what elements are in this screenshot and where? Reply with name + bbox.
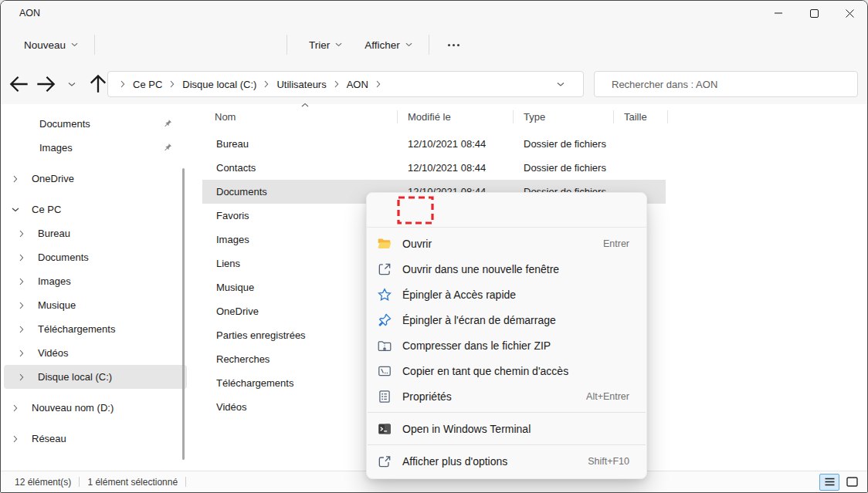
recent-locations-button[interactable] — [59, 72, 84, 96]
breadcrumb-utilisateurs[interactable]: Utilisateurs — [270, 76, 332, 93]
file-row-contacts[interactable]: Contacts 12/10/2021 08:44 Dossier de fic… — [202, 156, 666, 180]
chevron-right-icon[interactable] — [13, 230, 30, 238]
delete-button[interactable] — [466, 197, 498, 223]
column-divider[interactable] — [613, 110, 614, 123]
sidebar-item-images[interactable]: Images — [4, 269, 187, 293]
column-header-nom[interactable]: Nom — [202, 111, 397, 123]
address-row: Ce PC Disque local (C:) Utilisateurs AON… — [1, 64, 867, 104]
column-divider[interactable] — [397, 110, 398, 123]
back-button[interactable] — [7, 72, 32, 96]
sidebar-item-videos[interactable]: Vidéos — [4, 341, 187, 365]
sidebar-item-musique[interactable]: Musique — [4, 293, 187, 317]
column-header-modifie[interactable]: Modifié le — [397, 111, 513, 123]
sidebar-item-label: Nouveau nom (D:) — [32, 402, 114, 414]
paste-button[interactable] — [163, 32, 189, 58]
forward-button[interactable] — [33, 72, 58, 96]
address-bar[interactable]: Ce PC Disque local (C:) Utilisateurs AON — [107, 71, 584, 97]
sidebar-item-bureau[interactable]: Bureau — [4, 221, 187, 245]
search-placeholder: Rechercher dans : AON — [612, 79, 717, 90]
file-row-bureau[interactable]: Bureau 12/10/2021 08:44 Dossier de fichi… — [202, 132, 666, 156]
chevron-right-icon[interactable] — [13, 254, 30, 262]
close-button[interactable] — [832, 1, 867, 25]
menu-item-label: Ouvrir dans une nouvelle fenêtre — [402, 263, 559, 275]
share-button[interactable] — [222, 32, 248, 58]
chevron-right-icon[interactable] — [13, 326, 30, 333]
breadcrumb-ce-pc[interactable]: Ce PC — [127, 76, 168, 93]
menu-item-windows-terminal[interactable]: Open in Windows Terminal — [370, 416, 643, 441]
chevron-right-icon[interactable] — [7, 175, 24, 183]
sidebar-item-documents-pinned[interactable]: Documents — [4, 112, 187, 136]
menu-item-epingler-acces-rapide[interactable]: Épingler à Accès rapide — [370, 282, 643, 307]
cut-button[interactable] — [371, 197, 403, 223]
minimize-button[interactable] — [761, 1, 796, 25]
menu-item-ouvrir-nouvelle-fenetre[interactable]: Ouvrir dans une nouvelle fenêtre — [370, 256, 643, 282]
chevron-right-icon[interactable] — [13, 302, 30, 309]
menu-item-label: Ouvrir — [402, 238, 432, 250]
chevron-down-icon — [405, 42, 412, 47]
sidebar-item-disque-local-c[interactable]: Disque local (C:) — [4, 365, 187, 389]
open-new-window-icon — [377, 262, 392, 277]
sidebar-item-onedrive[interactable]: OneDrive — [4, 167, 187, 191]
search-input[interactable]: Rechercher dans : AON — [594, 71, 858, 97]
sidebar-item-ce-pc[interactable]: Ce PC — [4, 198, 187, 221]
menu-item-afficher-plus-options[interactable]: Afficher plus d'options Shift+F10 — [370, 448, 643, 474]
rename-button[interactable] — [192, 32, 219, 58]
details-view-button[interactable] — [819, 474, 839, 491]
breadcrumb-disque-local[interactable]: Disque local (C:) — [176, 76, 263, 93]
chevron-right-icon[interactable] — [13, 278, 30, 285]
menu-item-proprietes[interactable]: Propriétés Alt+Entrer — [370, 383, 643, 409]
sidebar-item-documents[interactable]: Documents — [4, 245, 187, 269]
command-toolbar: Nouveau — [1, 25, 867, 64]
rename-button[interactable] — [435, 197, 466, 223]
sidebar-item-reseau[interactable]: Réseau — [4, 427, 187, 451]
maximize-button[interactable] — [796, 1, 832, 25]
menu-item-shortcut: Entrer — [603, 238, 629, 249]
window-title-group: AON — [1, 8, 40, 19]
sidebar-item-label: Images — [38, 275, 71, 287]
cut-button[interactable] — [104, 32, 131, 58]
menu-item-copier-chemin[interactable]: Copier en tant que chemin d'accès — [370, 358, 643, 383]
breadcrumb-aon[interactable]: AON — [341, 76, 375, 93]
chevron-down-icon[interactable] — [7, 208, 24, 212]
pin-icon — [162, 142, 173, 153]
view-button[interactable]: Afficher — [352, 34, 419, 56]
column-header-taille[interactable]: Taille — [613, 111, 667, 123]
context-menu-list: Ouvrir Entrer Ouvrir dans une nouvelle f… — [367, 228, 646, 478]
large-icons-view-button[interactable] — [843, 474, 861, 490]
sort-button[interactable]: Trier — [297, 34, 349, 56]
show-more-options-icon — [377, 454, 392, 469]
column-header-type[interactable]: Type — [513, 111, 613, 123]
copy-button[interactable] — [403, 197, 435, 223]
more-options-button[interactable] — [439, 44, 469, 46]
file-explorer-window: AON Nouveau — [0, 0, 868, 493]
sidebar-item-label: Bureau — [38, 228, 70, 239]
menu-item-ouvrir[interactable]: Ouvrir Entrer — [370, 231, 643, 256]
copy-button[interactable] — [134, 32, 160, 58]
address-dropdown-button[interactable] — [552, 77, 569, 92]
chevron-right-icon[interactable] — [13, 373, 30, 381]
file-type: Dossier de fichiers — [513, 138, 613, 150]
column-divider[interactable] — [513, 110, 514, 123]
chevron-right-icon[interactable] — [7, 404, 24, 412]
chevron-right-icon[interactable] — [13, 349, 30, 357]
new-button[interactable]: Nouveau — [12, 34, 85, 56]
chevron-right-icon — [375, 80, 382, 88]
sidebar-item-nouveau-nom-d[interactable]: Nouveau nom (D:) — [4, 396, 187, 420]
delete-button[interactable] — [251, 32, 277, 58]
sidebar-item-telechargements[interactable]: Téléchargements — [4, 317, 187, 341]
chevron-right-icon[interactable] — [7, 435, 24, 443]
chevron-right-icon — [263, 80, 270, 88]
refresh-button[interactable] — [569, 81, 577, 87]
sidebar-scrollbar[interactable] — [182, 168, 185, 460]
column-headers: Nom Modifié le Type Taille — [202, 104, 667, 129]
star-icon — [377, 287, 392, 302]
file-name: Liens — [216, 258, 240, 269]
menu-item-label: Épingler à Accès rapide — [402, 289, 516, 301]
sidebar-item-images-pinned[interactable]: Images — [4, 136, 187, 160]
column-divider[interactable] — [667, 110, 668, 123]
menu-item-epingler-demarrage[interactable]: Épingler à l'écran de démarrage — [370, 307, 643, 333]
file-modified: 12/10/2021 08:44 — [397, 138, 513, 150]
menu-item-label: Épingler à l'écran de démarrage — [402, 314, 556, 326]
file-name: Recherches — [216, 353, 270, 365]
menu-item-compresser-zip[interactable]: Compresser dans le fichier ZIP — [370, 333, 643, 358]
